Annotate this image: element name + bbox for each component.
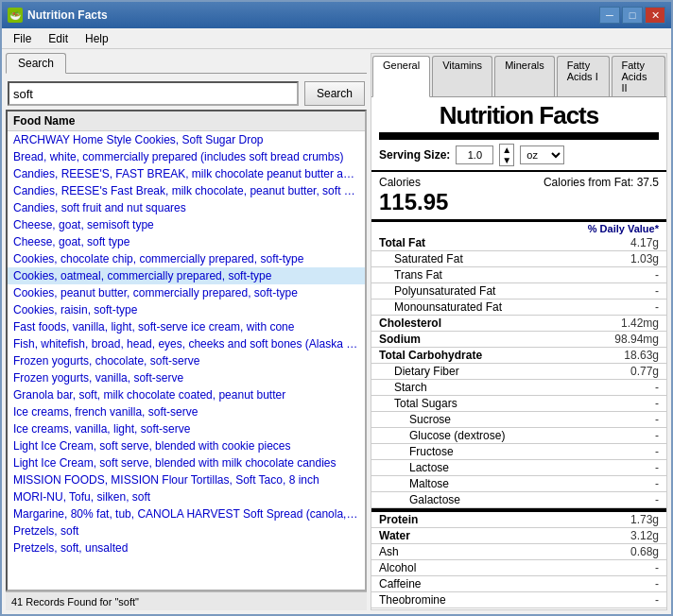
- list-item[interactable]: Ice creams, french vanilla, soft-serve: [8, 403, 365, 420]
- serving-unit-select[interactable]: ozgcuptbsp: [520, 145, 564, 164]
- calories-value: 115.95: [379, 189, 448, 215]
- daily-value-label: % Daily Value*: [371, 222, 666, 235]
- nutrition-row: Water 3.12g: [371, 528, 666, 544]
- list-item[interactable]: Candies, REESE'S, FAST BREAK, milk choco…: [8, 165, 365, 182]
- serving-size-spinner[interactable]: ▲▼: [499, 144, 514, 166]
- main-window: 🥗 Nutrition Facts ─ □ ✕ File Edit Help S…: [0, 0, 673, 616]
- list-item[interactable]: Frozen yogurts, chocolate, soft-serve: [8, 352, 365, 369]
- nutrition-row-value: -: [655, 493, 659, 506]
- list-item[interactable]: Cheese, goat, semisoft type: [8, 216, 365, 233]
- search-button[interactable]: Search: [304, 81, 365, 106]
- nutrition-row-value: -: [655, 429, 659, 442]
- list-item[interactable]: Light Ice Cream, soft serve, blended wit…: [8, 437, 365, 454]
- serving-size-input[interactable]: [456, 145, 493, 164]
- nutrition-row-value: 1.42mg: [621, 317, 659, 330]
- list-item[interactable]: MISSION FOODS, MISSION Flour Tortillas, …: [8, 471, 365, 488]
- nutrition-row-label: Monounsaturated Fat: [379, 300, 502, 314]
- serving-size-label: Serving Size:: [379, 148, 450, 162]
- app-icon: 🥗: [8, 8, 23, 23]
- list-item[interactable]: Cheese, goat, soft type: [8, 233, 365, 250]
- list-item[interactable]: Bread, white, commercially prepared (inc…: [8, 148, 365, 165]
- list-item[interactable]: ARCHWAY Home Style Cookies, Soft Sugar D…: [8, 131, 365, 148]
- nutrition-row-label: Maltose: [379, 477, 449, 490]
- nutrition-row: Sucrose -: [371, 412, 666, 428]
- tab-search[interactable]: Search: [6, 53, 66, 74]
- nutrition-row-label: Dietary Fiber: [379, 365, 459, 378]
- nutrition-row: Total Carbohydrate 18.63g: [371, 348, 666, 364]
- list-item[interactable]: Granola bar, soft, milk chocolate coated…: [8, 386, 365, 403]
- nutrition-row-value: 3.12g: [630, 529, 659, 542]
- tab-fatty-acids-i[interactable]: Fatty Acids I: [557, 56, 610, 96]
- search-row: Search: [6, 77, 367, 110]
- list-item[interactable]: Candies, soft fruit and nut squares: [8, 199, 365, 216]
- nutrition-content: Nutrition Facts Serving Size: ▲▼ ozgcupt…: [371, 97, 666, 609]
- list-item[interactable]: Light Ice Cream, soft serve, blended wit…: [8, 454, 365, 471]
- list-item[interactable]: Candies, REESE's Fast Break, milk chocol…: [8, 182, 365, 199]
- nutrition-row-label: Starch: [379, 381, 427, 394]
- list-item[interactable]: Pretzels, soft, unsalted: [8, 539, 365, 556]
- tab-general[interactable]: General: [372, 56, 430, 97]
- nutrition-row-value: -: [655, 381, 659, 394]
- list-item[interactable]: Ice creams, vanilla, light, soft-serve: [8, 420, 365, 437]
- nutrition-row-value: -: [655, 577, 659, 590]
- list-item[interactable]: Fish, whitefish, broad, head, eyes, chee…: [8, 335, 365, 352]
- nutrition-row-label: Trans Fat: [379, 268, 442, 282]
- menu-edit[interactable]: Edit: [41, 30, 76, 47]
- title-bar: 🥗 Nutrition Facts ─ □ ✕: [2, 2, 671, 28]
- menu-file[interactable]: File: [6, 30, 39, 47]
- title-bar-left: 🥗 Nutrition Facts: [8, 8, 108, 23]
- list-item[interactable]: Fast foods, vanilla, light, soft-serve i…: [8, 318, 365, 335]
- calories-row: Calories 115.95 Calories from Fat: 37.5: [371, 172, 666, 222]
- title-controls: ─ □ ✕: [599, 7, 665, 24]
- nutrition-row: Caffeine -: [371, 576, 666, 592]
- nutrition-row: Polyunsaturated Fat -: [371, 283, 666, 299]
- nutrition-row: Total Sugars -: [371, 396, 666, 412]
- close-button[interactable]: ✕: [645, 7, 665, 24]
- food-list-container: Food Name ARCHWAY Home Style Cookies, So…: [6, 110, 367, 591]
- nutrition-row: Theobromine -: [371, 592, 666, 608]
- nutrition-row-label: Protein: [379, 513, 418, 526]
- calories-from-fat: Calories from Fat: 37.5: [544, 176, 659, 215]
- nutrition-row: Maltose -: [371, 476, 666, 492]
- nutrition-row: Protein 1.73g: [371, 508, 666, 528]
- list-item[interactable]: Cookies, chocolate chip, commercially pr…: [8, 250, 365, 267]
- nutrition-row: Starch -: [371, 380, 666, 396]
- minimize-button[interactable]: ─: [599, 7, 620, 24]
- maximize-button[interactable]: □: [622, 7, 643, 24]
- list-item[interactable]: Cookies, oatmeal, commercially prepared,…: [8, 267, 365, 284]
- nutrition-row-label: Total Carbohydrate: [379, 349, 482, 362]
- nutrition-row-label: Total Fat: [379, 236, 425, 249]
- nutrition-row: Dietary Fiber 0.77g: [371, 364, 666, 380]
- menu-bar: File Edit Help: [2, 28, 671, 49]
- list-item[interactable]: MORI-NU, Tofu, silken, soft: [8, 488, 365, 505]
- nutrition-row-label: Lactose: [379, 461, 449, 474]
- nutrition-title: Nutrition Facts: [379, 97, 659, 140]
- menu-help[interactable]: Help: [78, 30, 116, 47]
- tab-minerals[interactable]: Minerals: [494, 56, 555, 96]
- nutrition-row-value: -: [655, 561, 659, 574]
- list-item[interactable]: Pretzels, soft: [8, 522, 365, 539]
- nutrition-row: Galactose -: [371, 492, 666, 508]
- nutrition-row-value: 98.94mg: [614, 333, 659, 346]
- nutrition-row: Fructose -: [371, 444, 666, 460]
- nutrition-row-label: Ash: [379, 545, 399, 558]
- list-item[interactable]: Margarine, 80% fat, tub, CANOLA HARVEST …: [8, 505, 365, 522]
- list-item[interactable]: Frozen yogurts, vanilla, soft-serve: [8, 369, 365, 386]
- nutrition-row-label: Fructose: [379, 445, 454, 458]
- left-panel: Search Search Food Name ARCHWAY Home Sty…: [6, 53, 367, 610]
- nutrition-row-value: -: [655, 445, 659, 458]
- nutrition-row-value: -: [655, 593, 659, 607]
- nutrition-row-value: 4.17g: [630, 236, 659, 249]
- nutrition-row: Lactose -: [371, 460, 666, 476]
- nutrition-row-label: Water: [379, 529, 410, 542]
- search-input[interactable]: [8, 81, 299, 106]
- nutrition-row-value: 1.73g: [630, 513, 659, 526]
- tab-fatty-acids-ii[interactable]: Fatty Acids II: [612, 56, 666, 96]
- serving-size-row: Serving Size: ▲▼ ozgcuptbsp: [371, 140, 666, 172]
- nutrition-row-value: 1.03g: [630, 252, 659, 265]
- list-item[interactable]: Cookies, raisin, soft-type: [8, 301, 365, 318]
- tab-vitamins[interactable]: Vitamins: [432, 56, 492, 96]
- food-list[interactable]: ARCHWAY Home Style Cookies, Soft Sugar D…: [8, 131, 365, 590]
- list-item[interactable]: Cookies, peanut butter, commercially pre…: [8, 284, 365, 301]
- right-tab-bar: GeneralVitaminsMineralsFatty Acids IFatt…: [371, 54, 666, 97]
